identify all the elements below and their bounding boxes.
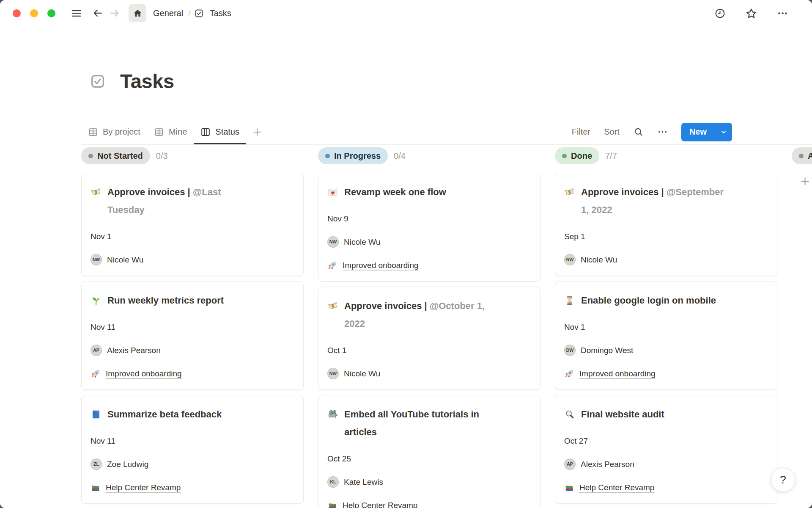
column-header: A	[792, 147, 812, 164]
tab-mine[interactable]: Mine	[147, 119, 194, 144]
card-project-link[interactable]: Improved onboarding	[91, 368, 294, 379]
status-pill-in-progress[interactable]: In Progress	[318, 147, 388, 164]
card-project-link[interactable]: Improved onboarding	[327, 260, 531, 271]
column-cards: Approve invoices | @Last Tuesday Nov 1 N…	[81, 173, 304, 504]
card-title: Approve invoices | @September 1, 2022	[564, 183, 768, 219]
view-toolbar: By project Mine Status Filter Sort New	[81, 119, 812, 145]
back-icon[interactable]	[92, 8, 103, 19]
project-link-label[interactable]: Help Center Revamp	[106, 482, 181, 493]
card-title: Revamp week one flow	[327, 183, 531, 201]
task-card[interactable]: Approve invoices | @October 1, 2022 Oct …	[318, 287, 540, 390]
new-button-label[interactable]: New	[681, 123, 715, 141]
avatar: AP	[564, 458, 576, 470]
new-dropdown-button[interactable]	[715, 123, 732, 141]
status-label: A	[808, 151, 812, 161]
new-button[interactable]: New	[681, 123, 732, 141]
minimize-window-button[interactable]	[30, 9, 38, 17]
forward-icon[interactable]	[109, 8, 120, 19]
project-link-label[interactable]: Help Center Revamp	[579, 482, 654, 493]
card-project-link[interactable]: Help Center Revamp	[327, 500, 531, 508]
love-letter-icon	[327, 187, 338, 198]
search-icon[interactable]	[633, 127, 644, 137]
project-link-label[interactable]: Help Center Revamp	[343, 500, 417, 508]
project-link-label[interactable]: Improved onboarding	[579, 368, 656, 379]
topbar-actions	[714, 7, 788, 19]
card-title: Approve invoices | @Last Tuesday	[91, 183, 294, 219]
page-title[interactable]: Tasks	[120, 68, 174, 95]
project-link-label[interactable]: Improved onboarding	[343, 260, 419, 271]
zoom-window-button[interactable]	[47, 9, 55, 17]
card-title-text: Approve invoices |	[581, 187, 664, 197]
card-assignee: AP Alexis Pearson	[564, 458, 768, 470]
task-card[interactable]: Run weekly metrics report Nov 11 AP Alex…	[81, 281, 304, 390]
sidebar-menu-icon[interactable]	[71, 8, 82, 19]
more-options-icon[interactable]	[777, 8, 788, 19]
task-card[interactable]: Summarize beta feedback Nov 11 ZL Zoe Lu…	[81, 395, 304, 504]
task-card[interactable]: Embed all YouTube tutorials in articles …	[318, 395, 540, 508]
status-pill-not-started[interactable]: Not Started	[81, 147, 150, 164]
card-title-text: Final website audit	[581, 409, 664, 420]
card-assignee: AP Alexis Pearson	[91, 345, 294, 356]
books-icon	[91, 483, 101, 493]
task-card[interactable]: Revamp week one flow Nov 9 NW Nicole Wu …	[318, 173, 540, 282]
project-link-label[interactable]: Improved onboarding	[106, 368, 182, 379]
card-due-date: Nov 1	[564, 321, 768, 333]
column-count: 0/4	[394, 151, 406, 161]
board-column-in-progress: In Progress 0/4 Revamp week one flow Nov…	[318, 147, 540, 508]
breadcrumb-page[interactable]: Tasks	[208, 8, 233, 19]
view-more-icon[interactable]	[657, 127, 668, 137]
task-card[interactable]: Approve invoices | @September 1, 2022 Se…	[555, 173, 777, 276]
column-count: 0/3	[156, 151, 168, 161]
page-header: Tasks	[90, 68, 812, 95]
task-card[interactable]: Final website audit Oct 27 AP Alexis Pea…	[555, 395, 777, 504]
filter-button[interactable]: Filter	[572, 127, 590, 137]
status-pill-done[interactable]: Done	[555, 147, 599, 164]
status-label: Not Started	[97, 151, 143, 161]
add-view-icon[interactable]	[252, 127, 263, 138]
history-clock-icon[interactable]	[714, 8, 726, 19]
task-card[interactable]: Enable google login on mobile Nov 1 DW D…	[555, 281, 777, 390]
card-title: Run weekly metrics report	[91, 292, 294, 309]
column-cards: Approve invoices | @September 1, 2022 Se…	[555, 173, 777, 504]
table-view-icon	[154, 127, 164, 137]
card-title-text: Approve invoices |	[107, 187, 190, 197]
favorite-star-icon[interactable]	[745, 7, 757, 19]
status-pill-overflow[interactable]: A	[792, 147, 812, 164]
card-title: Approve invoices | @October 1, 2022	[327, 297, 531, 333]
assignee-name: Nicole Wu	[581, 254, 617, 265]
sort-button[interactable]: Sort	[604, 127, 620, 137]
tab-label: Mine	[169, 127, 187, 137]
notion-window: General / Tasks Tasks By project Mine	[0, 0, 812, 508]
card-project-link[interactable]: Help Center Revamp	[564, 482, 768, 493]
card-due-date: Nov 9	[327, 213, 531, 224]
help-button[interactable]: ?	[771, 468, 795, 492]
money-with-wings-icon	[564, 187, 575, 198]
close-window-button[interactable]	[13, 9, 21, 17]
avatar: ZL	[91, 458, 102, 470]
breadcrumb-workspace[interactable]: General	[151, 8, 185, 19]
status-dot	[799, 154, 804, 158]
card-project-link[interactable]: Improved onboarding	[564, 368, 768, 379]
status-dot	[325, 154, 330, 158]
tab-by-project[interactable]: By project	[81, 119, 147, 144]
page-checkbox-icon[interactable]	[90, 73, 106, 89]
money-with-wings-icon	[327, 301, 338, 312]
card-due-date: Nov 11	[91, 321, 294, 333]
card-title-text: Revamp week one flow	[344, 187, 446, 197]
column-header: Done 7/7	[555, 147, 777, 164]
column-cards: Revamp week one flow Nov 9 NW Nicole Wu …	[318, 173, 540, 508]
status-label: In Progress	[334, 151, 381, 161]
card-project-link[interactable]: Help Center Revamp	[91, 482, 294, 493]
assignee-name: Nicole Wu	[344, 368, 380, 379]
task-card[interactable]: Approve invoices | @Last Tuesday Nov 1 N…	[81, 173, 304, 276]
tab-status[interactable]: Status	[194, 119, 246, 144]
rocket-icon	[327, 260, 337, 271]
card-title-text: Approve invoices |	[344, 301, 427, 311]
add-card-icon[interactable]	[799, 176, 811, 187]
breadcrumb-separator: /	[188, 8, 191, 18]
avatar: NW	[91, 254, 102, 265]
home-button[interactable]	[129, 4, 146, 22]
table-view-icon	[88, 127, 98, 137]
card-title: Enable google login on mobile	[564, 292, 768, 309]
assignee-name: Nicole Wu	[344, 236, 380, 248]
